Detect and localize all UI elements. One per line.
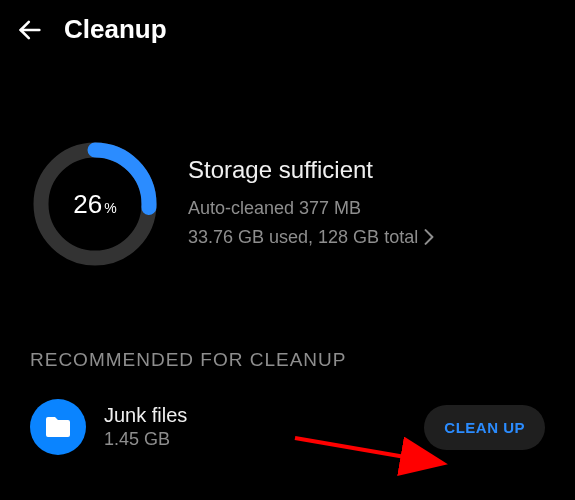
recommended-heading: RECOMMENDED FOR CLEANUP [0,309,575,385]
clean-up-button[interactable]: CLEAN UP [424,405,545,450]
ring-center-label: 26 % [73,189,116,220]
back-button[interactable] [16,16,44,44]
percent-value: 26 [73,189,102,220]
storage-usage-row[interactable]: 33.76 GB used, 128 GB total [188,223,545,252]
page-title: Cleanup [64,14,167,45]
storage-summary: 26 % Storage sufficient Auto-cleaned 377… [0,59,575,309]
item-size: 1.45 GB [104,429,406,450]
percent-symbol: % [104,200,116,216]
junk-files-row[interactable]: Junk files 1.45 GB CLEAN UP [0,385,575,469]
auto-cleaned-text: Auto-cleaned 377 MB [188,194,545,223]
folder-glyph-icon [44,415,72,439]
folder-icon [30,399,86,455]
storage-ring: 26 % [30,139,160,269]
chevron-right-icon [424,229,434,245]
storage-status-title: Storage sufficient [188,156,545,184]
back-arrow-icon [16,16,44,44]
storage-usage-text: 33.76 GB used, 128 GB total [188,223,418,252]
item-title: Junk files [104,404,406,427]
